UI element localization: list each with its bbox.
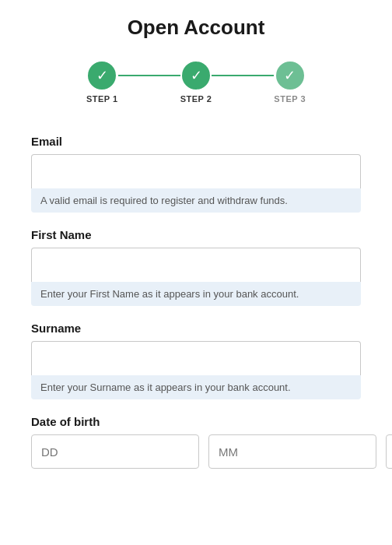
first-name-hint: Enter your First Name as it appears in y… — [31, 282, 361, 306]
step-2-check-icon: ✓ — [191, 67, 202, 84]
dob-row — [31, 434, 361, 469]
page-title: Open Account — [31, 16, 361, 40]
dob-year-input[interactable] — [386, 434, 392, 469]
step-3-check-icon: ✓ — [284, 67, 296, 84]
surname-group: Surname Enter your Surname as it appears… — [31, 322, 361, 399]
dob-group: Date of birth — [31, 415, 361, 469]
email-input[interactable] — [31, 154, 361, 188]
first-name-label: First Name — [31, 228, 361, 241]
step-1-label: STEP 1 — [86, 94, 118, 104]
email-group: Email A valid email is required to regis… — [31, 135, 361, 213]
surname-label: Surname — [31, 322, 361, 335]
step-2: ✓ STEP 2 — [180, 62, 212, 104]
first-name-input[interactable] — [31, 248, 361, 282]
first-name-input-wrapper: Enter your First Name as it appears in y… — [31, 248, 361, 306]
stepper: ✓ STEP 1 ✓ STEP 2 ✓ STEP 3 — [31, 62, 361, 104]
surname-hint: Enter your Surname as it appears in your… — [31, 375, 361, 399]
email-label: Email — [31, 135, 361, 148]
step-2-circle: ✓ — [182, 62, 210, 90]
dob-day-input[interactable] — [31, 434, 199, 469]
step-connector-2 — [212, 75, 274, 76]
step-1: ✓ STEP 1 — [86, 62, 118, 104]
step-2-label: STEP 2 — [180, 94, 212, 104]
surname-input-wrapper: Enter your Surname as it appears in your… — [31, 341, 361, 399]
step-3-label: STEP 3 — [274, 94, 306, 104]
email-hint: A valid email is required to register an… — [31, 188, 361, 213]
step-3: ✓ STEP 3 — [274, 62, 306, 104]
step-3-circle: ✓ — [276, 62, 304, 90]
step-connector-1 — [118, 75, 180, 76]
first-name-group: First Name Enter your First Name as it a… — [31, 228, 361, 306]
dob-label: Date of birth — [31, 415, 361, 428]
step-1-check-icon: ✓ — [96, 67, 108, 84]
dob-month-input[interactable] — [208, 434, 376, 469]
page-container: Open Account ✓ STEP 1 ✓ STEP 2 ✓ STEP 3 … — [0, 0, 392, 545]
step-1-circle: ✓ — [88, 62, 116, 90]
email-input-wrapper: A valid email is required to register an… — [31, 154, 361, 213]
surname-input[interactable] — [31, 341, 361, 375]
